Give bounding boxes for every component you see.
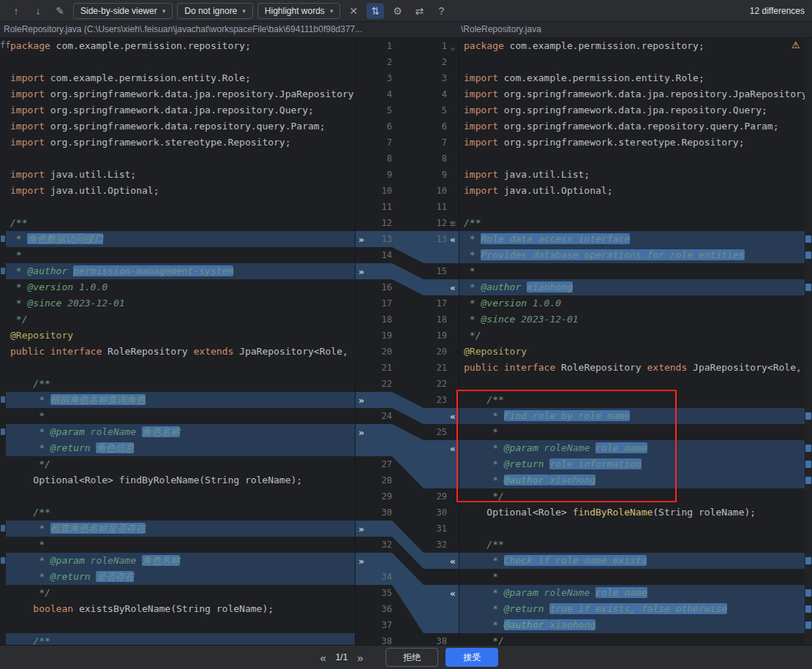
- next-difference-button[interactable]: ↓: [29, 3, 47, 19]
- code-line[interactable]: /**: [6, 504, 355, 521]
- help-button[interactable]: ?: [432, 3, 450, 19]
- code-line[interactable]: Optional<Role> findByRoleName(String rol…: [459, 504, 805, 521]
- code-line[interactable]: */: [6, 456, 355, 472]
- code-line[interactable]: * @return role information: [459, 456, 805, 472]
- code-line[interactable]: */: [459, 633, 805, 645]
- code-line[interactable]: *: [459, 263, 805, 279]
- code-line[interactable]: [459, 376, 805, 392]
- code-line[interactable]: * @param roleName 角色名称: [6, 424, 355, 440]
- code-line[interactable]: import org.springframework.data.reposito…: [6, 118, 355, 135]
- code-line[interactable]: * 角色数据访问接口: [6, 231, 355, 247]
- code-line[interactable]: *: [459, 569, 805, 585]
- code-line[interactable]: * @param roleName role name: [459, 585, 805, 601]
- code-line[interactable]: package com.example.permission.repositor…: [6, 38, 355, 54]
- code-line[interactable]: [6, 54, 355, 70]
- code-line[interactable]: *: [459, 424, 805, 440]
- right-scrollbar-stripe[interactable]: [805, 38, 812, 645]
- change-marker[interactable]: [1, 557, 5, 564]
- code-line[interactable]: package com.example.permission.repositor…: [459, 38, 805, 54]
- code-line[interactable]: * @author xiaohong: [459, 617, 805, 633]
- change-marker[interactable]: [1, 428, 5, 435]
- synchronize-scrolling-button[interactable]: ⇅: [366, 3, 384, 19]
- change-marker[interactable]: [805, 461, 811, 468]
- change-marker[interactable]: [805, 557, 811, 564]
- code-line[interactable]: [6, 360, 355, 376]
- collapse-unchanged-button[interactable]: ✕: [345, 3, 362, 19]
- code-line[interactable]: /**: [6, 376, 355, 392]
- previous-difference-button[interactable]: ↑: [7, 3, 25, 19]
- code-line[interactable]: * @since 2023-12-01: [459, 311, 805, 328]
- code-line[interactable]: * @version 1.0.0: [459, 295, 805, 311]
- change-marker[interactable]: [805, 605, 811, 613]
- code-line[interactable]: /**: [459, 537, 805, 553]
- inspection-warning-icon[interactable]: ⚠: [792, 39, 800, 50]
- code-line[interactable]: Optional<Role> findByRoleName(String rol…: [6, 472, 355, 488]
- reject-button[interactable]: 拒绝: [386, 648, 438, 667]
- edit-button[interactable]: ✎: [51, 3, 69, 19]
- apply-left-change-icon[interactable]: »: [356, 266, 367, 277]
- left-scrollbar-stripe[interactable]: [0, 38, 6, 645]
- code-line[interactable]: import java.util.Optional;: [6, 183, 355, 199]
- code-line[interactable]: import com.example.permission.entity.Rol…: [459, 70, 805, 86]
- code-line[interactable]: [459, 54, 805, 70]
- code-line[interactable]: @Repository: [6, 328, 355, 344]
- apply-left-change-icon[interactable]: »: [356, 524, 367, 534]
- code-line[interactable]: * Check if role name exists: [459, 553, 805, 569]
- code-line[interactable]: *: [6, 408, 355, 424]
- change-marker[interactable]: [1, 235, 5, 242]
- apply-left-change-icon[interactable]: »: [356, 395, 367, 406]
- code-line[interactable]: import java.util.Optional;: [459, 183, 805, 199]
- code-line[interactable]: import org.springframework.stereotype.Re…: [459, 135, 805, 151]
- code-line[interactable]: */: [459, 488, 805, 504]
- code-line[interactable]: [459, 199, 805, 215]
- code-line[interactable]: * 检查角色名称是否存在: [6, 521, 355, 537]
- code-line[interactable]: import com.example.permission.entity.Rol…: [6, 70, 355, 86]
- change-marker[interactable]: [805, 412, 811, 420]
- change-marker[interactable]: [805, 284, 811, 291]
- change-marker[interactable]: [1, 396, 5, 403]
- left-editor-pane[interactable]: package com.example.permission.repositor…: [6, 38, 355, 645]
- change-marker[interactable]: [805, 477, 811, 484]
- settings-button[interactable]: ⚙: [388, 3, 406, 19]
- change-marker[interactable]: [805, 589, 811, 597]
- next-file-button[interactable]: »: [350, 649, 369, 666]
- highlight-mode-dropdown[interactable]: Highlight words ▾: [257, 3, 341, 19]
- code-line[interactable]: import org.springframework.data.jpa.repo…: [459, 102, 805, 118]
- code-line[interactable]: import java.util.List;: [6, 167, 355, 183]
- code-line[interactable]: import org.springframework.stereotype.Re…: [6, 135, 355, 151]
- apply-right-change-icon[interactable]: «: [447, 588, 459, 599]
- code-line[interactable]: public interface RoleRepository extends …: [459, 360, 805, 376]
- code-line[interactable]: */: [459, 328, 805, 344]
- code-line[interactable]: * Find role by role name: [459, 408, 805, 424]
- code-line[interactable]: [6, 199, 355, 215]
- code-line[interactable]: * @return true if exists, false otherwis…: [459, 601, 805, 617]
- change-marker[interactable]: [805, 621, 811, 629]
- code-line[interactable]: * @author xiaohong: [459, 472, 805, 488]
- change-marker[interactable]: [1, 268, 5, 274]
- code-line[interactable]: @Repository: [459, 344, 805, 360]
- fold-chevron-icon[interactable]: ⌄: [447, 41, 459, 52]
- code-line[interactable]: *: [6, 247, 355, 263]
- code-line[interactable]: *: [6, 537, 355, 553]
- swap-sides-button[interactable]: ⇄: [410, 3, 428, 19]
- code-line[interactable]: import java.util.List;: [459, 167, 805, 183]
- ignore-policy-dropdown[interactable]: Do not ignore ▾: [177, 3, 253, 19]
- code-line[interactable]: boolean existsByRoleName(String roleName…: [6, 601, 355, 617]
- code-line[interactable]: [459, 151, 805, 167]
- apply-left-change-icon[interactable]: »: [356, 556, 367, 567]
- code-line[interactable]: [6, 617, 355, 633]
- gutter-menu-icon[interactable]: ≡: [447, 218, 459, 229]
- change-marker[interactable]: [805, 445, 811, 452]
- change-marker[interactable]: [805, 252, 811, 259]
- previous-file-button[interactable]: «: [314, 649, 333, 666]
- viewer-mode-dropdown[interactable]: Side-by-side viewer ▾: [73, 3, 173, 19]
- code-line[interactable]: * Role data access interface: [459, 231, 805, 247]
- code-line[interactable]: import org.springframework.data.jpa.repo…: [6, 86, 355, 102]
- code-line[interactable]: * 根据角色名称查询角色: [6, 392, 355, 408]
- code-line[interactable]: * @since 2023-12-01: [6, 295, 355, 311]
- code-line[interactable]: * @param roleName 角色名称: [6, 553, 355, 569]
- change-marker[interactable]: [1, 525, 5, 532]
- code-line[interactable]: * @version 1.0.0: [6, 279, 355, 295]
- code-line[interactable]: [6, 488, 355, 504]
- code-line[interactable]: /**: [459, 215, 805, 231]
